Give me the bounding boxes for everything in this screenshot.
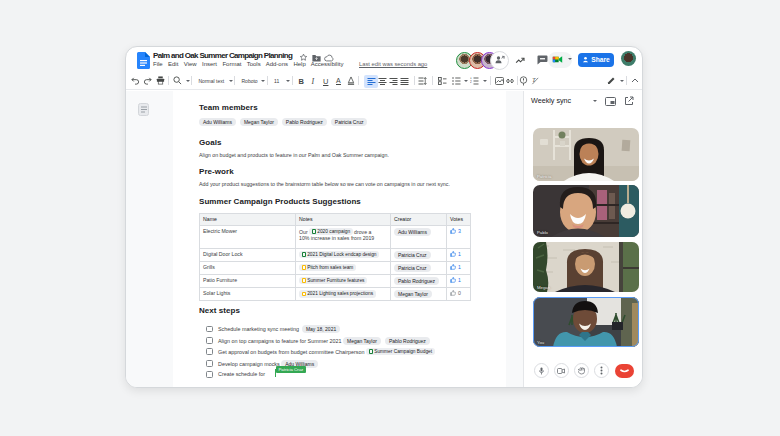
svg-text:2: 2 [470,80,472,84]
